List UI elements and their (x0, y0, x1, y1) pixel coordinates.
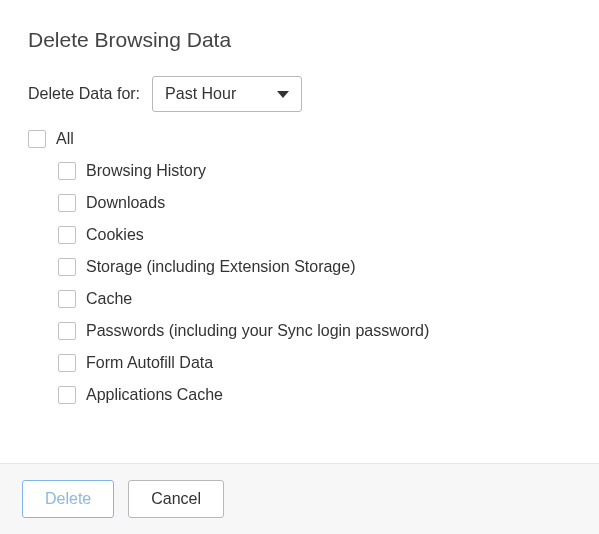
all-checkbox[interactable] (28, 130, 46, 148)
item-checkbox[interactable] (58, 162, 76, 180)
all-label: All (56, 130, 74, 148)
delete-button[interactable]: Delete (22, 480, 114, 518)
item-checkbox[interactable] (58, 290, 76, 308)
item-label: Form Autofill Data (86, 354, 213, 372)
item-checkbox[interactable] (58, 258, 76, 276)
items-list: Browsing HistoryDownloadsCookiesStorage … (28, 162, 571, 404)
item-label: Cookies (86, 226, 144, 244)
item-row: Cookies (58, 226, 571, 244)
item-label: Applications Cache (86, 386, 223, 404)
item-row: Downloads (58, 194, 571, 212)
item-checkbox[interactable] (58, 322, 76, 340)
item-label: Passwords (including your Sync login pas… (86, 322, 429, 340)
dialog-title: Delete Browsing Data (28, 28, 571, 52)
dialog-content: Delete Browsing Data Delete Data for: Pa… (0, 0, 599, 463)
chevron-down-icon (277, 91, 289, 98)
item-checkbox[interactable] (58, 194, 76, 212)
item-label: Browsing History (86, 162, 206, 180)
cancel-button[interactable]: Cancel (128, 480, 224, 518)
time-range-label: Delete Data for: (28, 85, 140, 103)
delete-browsing-data-dialog: Delete Browsing Data Delete Data for: Pa… (0, 0, 599, 534)
item-checkbox[interactable] (58, 354, 76, 372)
all-option-row: All (28, 130, 571, 148)
time-range-select[interactable]: Past Hour (152, 76, 302, 112)
item-label: Downloads (86, 194, 165, 212)
item-row: Cache (58, 290, 571, 308)
item-row: Browsing History (58, 162, 571, 180)
item-row: Storage (including Extension Storage) (58, 258, 571, 276)
time-range-value: Past Hour (165, 85, 277, 103)
item-checkbox[interactable] (58, 386, 76, 404)
item-row: Applications Cache (58, 386, 571, 404)
time-range-row: Delete Data for: Past Hour (28, 76, 571, 112)
item-row: Form Autofill Data (58, 354, 571, 372)
item-label: Storage (including Extension Storage) (86, 258, 356, 276)
dialog-footer: Delete Cancel (0, 463, 599, 534)
item-row: Passwords (including your Sync login pas… (58, 322, 571, 340)
item-checkbox[interactable] (58, 226, 76, 244)
item-label: Cache (86, 290, 132, 308)
